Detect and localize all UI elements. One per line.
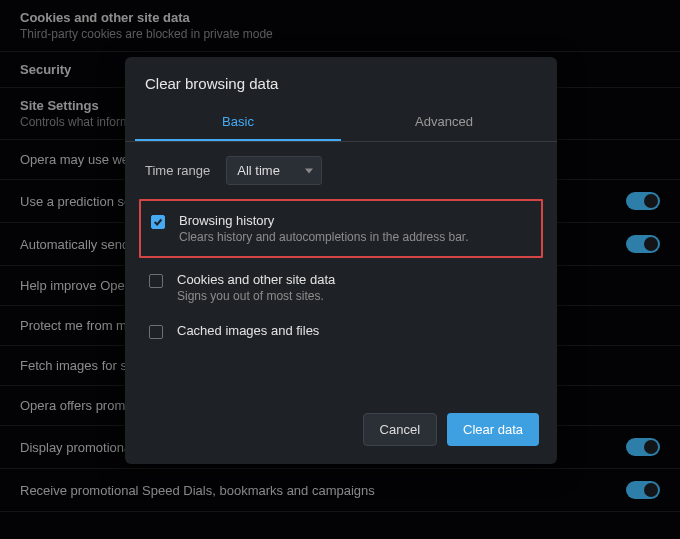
check-title: Browsing history — [179, 213, 469, 228]
check-desc: Clears history and autocompletions in th… — [179, 230, 469, 244]
check-icon — [153, 217, 163, 227]
time-range-value: All time — [237, 163, 280, 178]
dialog-body: Time range All time Browsing history Cle… — [125, 142, 557, 399]
time-range-label: Time range — [145, 163, 210, 178]
check-title: Cookies and other site data — [177, 272, 335, 287]
tab-basic[interactable]: Basic — [135, 104, 341, 141]
tab-advanced[interactable]: Advanced — [341, 104, 547, 141]
check-text: Cookies and other site data Signs you ou… — [177, 272, 335, 303]
dialog-title: Clear browsing data — [125, 57, 557, 104]
check-desc: Signs you out of most sites. — [177, 289, 335, 303]
dialog-tabs: Basic Advanced — [125, 104, 557, 142]
cancel-button[interactable]: Cancel — [363, 413, 437, 446]
dialog-footer: Cancel Clear data — [125, 399, 557, 464]
checkbox[interactable] — [151, 215, 165, 229]
check-title: Cached images and files — [177, 323, 319, 338]
check-item-browsing-history[interactable]: Browsing history Clears history and auto… — [145, 203, 537, 254]
time-range-row: Time range All time — [143, 156, 539, 185]
check-item-cookies[interactable]: Cookies and other site data Signs you ou… — [143, 262, 539, 313]
checkbox[interactable] — [149, 325, 163, 339]
clear-data-button[interactable]: Clear data — [447, 413, 539, 446]
highlighted-item: Browsing history Clears history and auto… — [139, 199, 543, 258]
checkbox[interactable] — [149, 274, 163, 288]
chevron-down-icon — [305, 168, 313, 173]
check-item-cached[interactable]: Cached images and files — [143, 313, 539, 349]
time-range-select[interactable]: All time — [226, 156, 322, 185]
check-text: Browsing history Clears history and auto… — [179, 213, 469, 244]
check-text: Cached images and files — [177, 323, 319, 339]
clear-browsing-data-dialog: Clear browsing data Basic Advanced Time … — [125, 57, 557, 464]
